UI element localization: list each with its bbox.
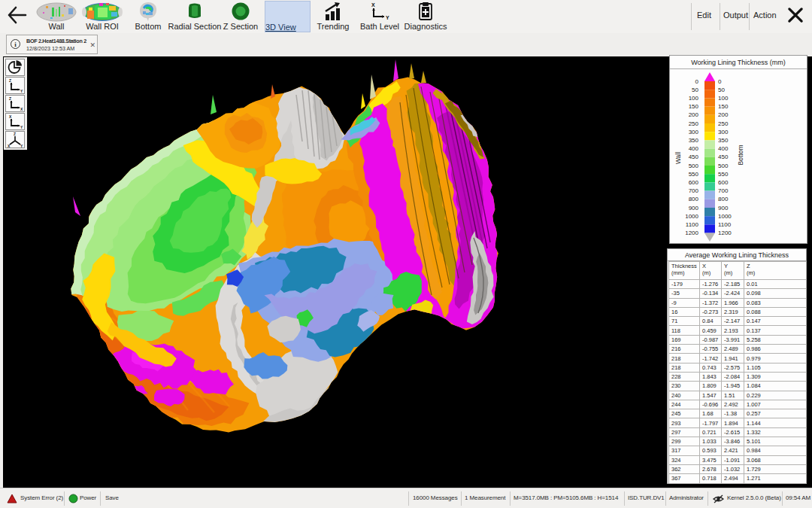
svg-text:Y: Y	[20, 125, 23, 129]
svg-text:Z: Z	[14, 132, 16, 136]
svg-text:Y: Y	[20, 89, 23, 93]
svg-text:Z: Z	[9, 96, 11, 101]
svg-text:Y: Y	[20, 144, 23, 148]
svg-text:Z: Z	[9, 78, 11, 83]
svg-text:X: X	[20, 107, 23, 111]
svg-text:X: X	[9, 114, 12, 119]
